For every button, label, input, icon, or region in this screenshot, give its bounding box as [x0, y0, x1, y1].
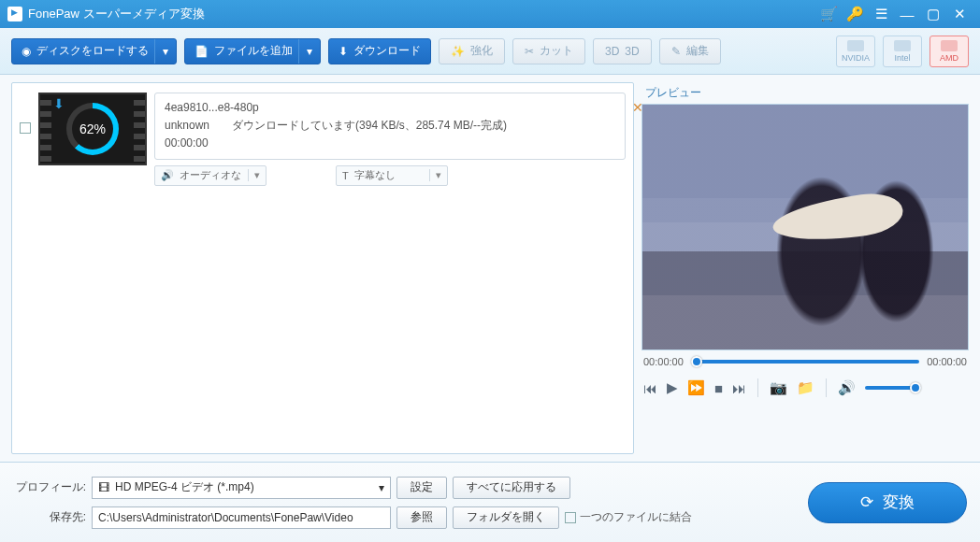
volume-slider[interactable] [865, 386, 921, 390]
cart-icon[interactable]: 🛒 [815, 0, 842, 28]
file-status: ダウンロードしています(394 KB/s、285.74 MB/--完成) [232, 119, 507, 132]
load-disc-button[interactable]: ◉ ディスクをロードする ▾ [11, 38, 177, 64]
file-thumbnail[interactable]: ⬇ 62% [38, 93, 147, 165]
cut-button[interactable]: ✂ カット [512, 38, 585, 64]
enhance-icon: ✨ [451, 45, 465, 58]
close-button[interactable]: ✕ [946, 0, 973, 28]
volume-icon[interactable]: 🔊 [838, 379, 856, 396]
main-toolbar: ◉ ディスクをロードする ▾ 📄 ファイルを追加 ▾ ⬇ ダウンロード ✨ 強化… [0, 28, 980, 75]
file-row[interactable]: ⬇ 62% 4ea9810...e8-480p unknown ダウンロードして… [12, 83, 633, 195]
preview-title: プレビュー [641, 82, 969, 104]
apply-all-button[interactable]: すべてに応用する [453, 477, 570, 499]
add-file-dropdown[interactable]: ▾ [298, 39, 320, 64]
next-button[interactable]: ⏭ [732, 380, 746, 396]
convert-button[interactable]: ⟳ 変換 [808, 482, 967, 523]
seek-slider[interactable] [691, 360, 919, 364]
add-file-label: ファイルを追加 [214, 43, 293, 59]
refresh-icon: ⟳ [860, 492, 873, 512]
gpu-tab-nvidia[interactable]: NVIDIA [836, 36, 875, 67]
prev-button[interactable]: ⏮ [643, 380, 657, 396]
add-file-button[interactable]: 📄 ファイルを追加 ▾ [184, 38, 321, 64]
disc-icon: ◉ [22, 45, 31, 58]
play-button[interactable]: ▶ [667, 379, 678, 396]
open-folder-button[interactable]: 📁 [797, 379, 814, 396]
file-status-prefix: unknown [165, 119, 209, 132]
fast-forward-button[interactable]: ⏩ [687, 379, 705, 396]
three-d-button[interactable]: 3D 3D [593, 38, 652, 64]
three-d-label: 3D [625, 45, 639, 58]
edit-icon: ✎ [671, 45, 681, 58]
edit-label: 編集 [686, 43, 709, 59]
menu-icon[interactable]: ☰ [868, 0, 894, 28]
gpu-tab-amd[interactable]: AMD [930, 36, 969, 67]
file-duration: 00:00:00 [165, 135, 615, 152]
load-disc-label: ディスクをロードする [36, 43, 149, 59]
time-total: 00:00:00 [927, 356, 967, 367]
progress-percent: 62% [72, 108, 113, 150]
save-path-input[interactable] [92, 506, 391, 529]
enhance-label: 強化 [470, 43, 493, 59]
download-icon: ⬇ [339, 45, 348, 58]
subtitle-icon: T [342, 170, 349, 181]
subtitle-dropdown[interactable]: T 字幕なし ▾ [336, 165, 448, 186]
mp4-icon: 🎞 [98, 481, 109, 494]
snapshot-button[interactable]: 📷 [770, 379, 787, 396]
cut-label: カット [540, 43, 573, 59]
app-logo-icon [7, 7, 22, 21]
app-title: FonePaw スーパーメディア変換 [28, 6, 205, 22]
profile-label: プロフィール: [13, 479, 86, 495]
download-label: ダウンロード [353, 43, 421, 59]
download-button[interactable]: ⬇ ダウンロード [328, 38, 431, 64]
save-to-label: 保存先: [13, 509, 86, 525]
add-file-icon: 📄 [195, 45, 209, 58]
merge-checkbox[interactable]: 一つのファイルに結合 [565, 509, 692, 525]
three-d-icon: 3D [605, 45, 619, 58]
stop-button[interactable]: ■ [714, 380, 723, 396]
chevron-down-icon: ▾ [379, 481, 384, 494]
title-bar: FonePaw スーパーメディア変換 🛒 🔑 ☰ — ▢ ✕ [0, 0, 980, 28]
key-icon[interactable]: 🔑 [842, 0, 868, 28]
open-output-folder-button[interactable]: フォルダを開く [453, 506, 559, 529]
file-list-pane: ⬇ 62% 4ea9810...e8-480p unknown ダウンロードして… [11, 82, 634, 454]
audio-track-dropdown[interactable]: 🔊 オーディオな ▾ [154, 165, 267, 186]
preview-pane: プレビュー 00:00:00 00:00:00 ⏮ ▶ ⏩ ■ ⏭ 📷 📁 🔊 [641, 82, 969, 454]
maximize-button[interactable]: ▢ [920, 0, 946, 28]
bottom-bar: プロフィール: 🎞 HD MPEG-4 ビデオ (*.mp4) ▾ 設定 すべて… [0, 462, 980, 542]
gpu-tab-intel[interactable]: Intel [883, 36, 922, 67]
edit-button[interactable]: ✎ 編集 [659, 38, 721, 64]
file-info-box: 4ea9810...e8-480p unknown ダウンロードしています(39… [154, 93, 626, 160]
time-current: 00:00:00 [643, 356, 684, 367]
scissors-icon: ✂ [525, 45, 534, 58]
audio-icon: 🔊 [161, 169, 174, 181]
chevron-down-icon: ▾ [429, 169, 441, 181]
file-name: 4ea9810...e8-480p [165, 99, 615, 117]
minimize-button[interactable]: — [894, 0, 920, 28]
profile-dropdown[interactable]: 🎞 HD MPEG-4 ビデオ (*.mp4) ▾ [92, 477, 391, 499]
download-badge-icon: ⬇ [53, 96, 65, 111]
settings-button[interactable]: 設定 [396, 477, 447, 499]
browse-button[interactable]: 参照 [396, 506, 447, 529]
chevron-down-icon: ▾ [248, 169, 260, 181]
enhance-button[interactable]: ✨ 強化 [439, 38, 505, 64]
preview-video[interactable] [641, 104, 969, 350]
load-disc-dropdown[interactable]: ▾ [154, 39, 176, 64]
file-checkbox[interactable] [20, 122, 31, 134]
